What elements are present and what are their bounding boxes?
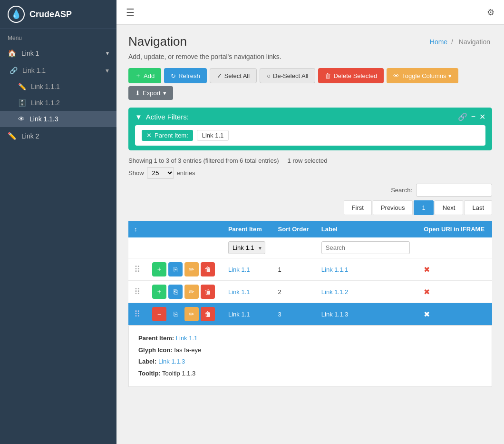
add-button[interactable]: ＋ Add — [128, 68, 161, 83]
sidebar-item-link2[interactable]: ✏️ Link 2 — [0, 127, 116, 145]
copy-row-button-3[interactable]: ⎘ — [168, 307, 183, 321]
detail-label: Label: Link 1.1.3 — [138, 356, 482, 368]
sidebar-item-link1-1[interactable]: 🔗 Link 1.1 ▾ — [0, 62, 116, 79]
filter-link-icon[interactable]: 🔗 — [458, 112, 467, 121]
delete-row-button-1[interactable]: 🗑 — [201, 262, 215, 276]
refresh-button[interactable]: ↻ Refresh — [164, 68, 207, 83]
drag-handle-icon[interactable]: ⠿ — [134, 309, 140, 319]
edit-row-button-3[interactable]: ✏ — [184, 307, 199, 321]
first-button[interactable]: First — [344, 200, 372, 215]
label-cell-2: Link 1.1.2 — [316, 281, 418, 303]
breadcrumb-current: Navigation — [459, 38, 490, 46]
filter-actions-cell — [146, 237, 223, 258]
previous-button[interactable]: Previous — [373, 200, 413, 215]
filter-tag-value: Link 1.1 — [197, 130, 229, 141]
select-all-button[interactable]: ✓ Select All — [210, 68, 257, 83]
logo-icon: 💧 — [8, 6, 25, 23]
edit-row-button-2[interactable]: ✏ — [184, 285, 199, 299]
detail-glyph-value: fas fa-eye — [174, 346, 201, 354]
edit-row-button-1[interactable]: ✏ — [184, 262, 199, 276]
delete-selected-button[interactable]: 🗑 Delete Selected — [318, 68, 384, 83]
delete-row-button-2[interactable]: 🗑 — [201, 285, 215, 299]
col-sort-order[interactable]: Sort Order — [272, 221, 316, 237]
detail-parent-value[interactable]: Link 1.1 — [176, 335, 198, 342]
iframe-false-icon-2: ✖ — [424, 288, 430, 296]
sidebar-item-link1-1-3[interactable]: 👁 Link 1.1.3 — [0, 111, 116, 127]
deselect-all-button[interactable]: ○ De-Select All — [260, 68, 315, 83]
col-parent-item[interactable]: Parent Item — [223, 221, 272, 237]
data-table: ↕ Parent Item Sort Order Label Open URI … — [128, 221, 492, 326]
sidebar-link1-1-label: Link 1.1 — [22, 67, 46, 74]
sidebar-logo: 💧 CrudeASP — [0, 0, 116, 29]
search-input[interactable] — [416, 184, 492, 197]
iframe-cell-2: ✖ — [418, 281, 492, 303]
col-iframe[interactable]: Open URI in IFRAME — [418, 221, 492, 237]
parent-link-3[interactable]: Link 1.1 — [228, 311, 250, 318]
entries-label: entries — [177, 169, 195, 177]
settings-icon[interactable]: ⚙ — [487, 7, 494, 18]
filter-sort-cell — [272, 237, 316, 258]
add-row-button-1[interactable]: ＋ — [152, 262, 166, 276]
eye2-icon: 👁 — [393, 72, 399, 79]
filter-minimize-icon[interactable]: − — [471, 112, 475, 121]
drag-handle-icon[interactable]: ⠿ — [134, 265, 140, 274]
parent-link-1[interactable]: Link 1.1 — [228, 266, 250, 273]
chevron-down-icon: ▾ — [106, 67, 109, 74]
next-button[interactable]: Next — [435, 200, 464, 215]
parent-item-filter-select[interactable]: Link 1.1 — [228, 241, 265, 254]
parent-link-2[interactable]: Link 1.1 — [228, 288, 250, 296]
actions-cell-3: − ⎘ ✏ 🗑 — [146, 303, 223, 326]
detail-parent-label: Parent Item: — [138, 335, 174, 342]
filter-remove-icon[interactable]: ✕ — [146, 132, 152, 139]
col-label[interactable]: Label — [316, 221, 418, 237]
show-label: Show — [128, 169, 144, 177]
copy-row-button-1[interactable]: ⎘ — [168, 262, 183, 276]
label-link-2[interactable]: Link 1.1.2 — [321, 288, 348, 296]
home-icon: 🏠 — [8, 49, 17, 58]
remove-row-button-3[interactable]: − — [152, 307, 166, 321]
label-filter-input[interactable] — [321, 241, 410, 254]
sidebar-item-link1[interactable]: 🏠 Link 1 ▾ — [0, 44, 116, 62]
toggle-columns-button[interactable]: 👁 Toggle Columns ▾ — [387, 68, 458, 83]
database-icon: 🗄️ — [18, 99, 26, 107]
hamburger-button[interactable]: ☰ — [126, 7, 135, 18]
filter-close-icon[interactable]: ✕ — [479, 112, 485, 121]
copy-row-button-2[interactable]: ⎘ — [168, 285, 183, 299]
page-1-button[interactable]: 1 — [414, 200, 433, 215]
filter-tag-label: Parent Item: — [155, 132, 188, 139]
sort-cell-1: 1 — [272, 258, 316, 281]
col-actions — [146, 221, 223, 237]
iframe-cell-1: ✖ — [418, 258, 492, 281]
detail-glyph-label: Glyph Icon: — [138, 346, 173, 354]
breadcrumb: Home / Navigation — [430, 38, 492, 46]
filter-body: ✕ Parent Item: Link 1.1 — [135, 125, 485, 146]
add-row-button-2[interactable]: ＋ — [152, 285, 166, 299]
sort-cell-3: 3 — [272, 303, 316, 326]
filter-actions: 🔗 − ✕ — [458, 112, 485, 121]
topbar: ☰ ⚙ — [116, 0, 504, 25]
show-entries-select[interactable]: 25 50 100 — [147, 167, 174, 179]
main-content: ☰ ⚙ Navigation Home / Navigation Add, up… — [116, 0, 504, 444]
filter-funnel-icon: ▼ — [135, 113, 142, 121]
table-info: Showing 1 to 3 of 3 entries (filtered fr… — [128, 157, 492, 164]
breadcrumb-home[interactable]: Home — [430, 38, 447, 46]
filter-title-text: Active Filters: — [146, 113, 189, 121]
table-filter-row: Link 1.1 — [128, 237, 492, 258]
delete-row-button-3[interactable]: 🗑 — [201, 307, 215, 321]
download-icon: ⬇ — [135, 89, 140, 97]
sidebar-item-link1-1-2[interactable]: 🗄️ Link 1.1.2 — [0, 95, 116, 111]
last-button[interactable]: Last — [464, 200, 492, 215]
label-cell-1: Link 1.1.1 — [316, 258, 418, 281]
table-row: ⠿ ＋ ⎘ ✏ 🗑 Link 1.1 2 Link 1.1.2 ✖ — [128, 281, 492, 303]
label-link-1[interactable]: Link 1.1.1 — [321, 266, 348, 273]
detail-label-value[interactable]: Link 1.1.3 — [158, 358, 185, 365]
label-link-3[interactable]: Link 1.1.3 — [321, 311, 348, 318]
sidebar-item-link1-1-1[interactable]: ✏️ Link 1.1.1 — [0, 79, 116, 95]
iframe-false-icon-3: ✖ — [424, 310, 430, 318]
pagination: First Previous 1 Next Last — [128, 200, 492, 215]
refresh-icon: ↻ — [171, 72, 176, 79]
export-button[interactable]: ⬇ Export ▾ — [128, 86, 173, 100]
drag-handle-icon[interactable]: ⠿ — [134, 287, 140, 296]
filter-tag: ✕ Parent Item: — [142, 130, 193, 141]
table-row-selected: ⠿ − ⎘ ✏ 🗑 Link 1.1 3 Link 1.1.3 ✖ — [128, 303, 492, 326]
